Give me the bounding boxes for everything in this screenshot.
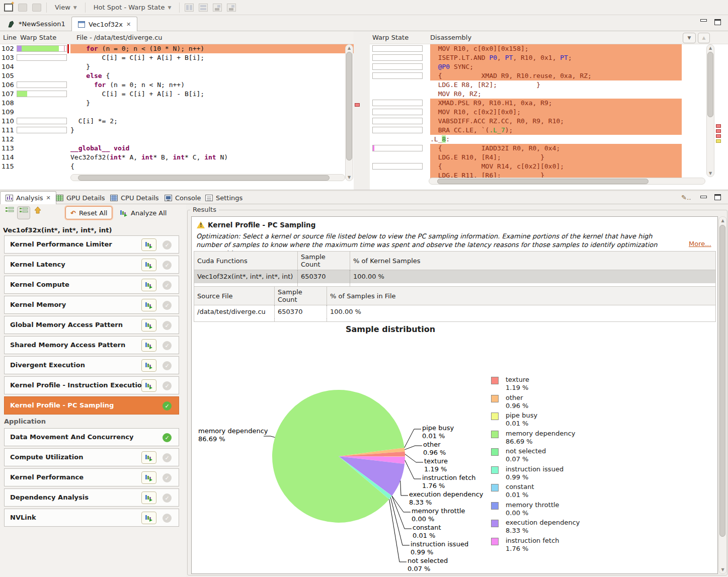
analysis-stage-kernel-performance-limiter[interactable]: Kernel Performance Limiter✓ — [4, 235, 179, 254]
source-line-row[interactable]: 112 — [0, 135, 354, 144]
tab-cpu-details[interactable]: CPU Details — [105, 191, 164, 204]
reset-all-button[interactable]: ↶ Reset All — [65, 206, 112, 219]
maximize-pane-icon[interactable] — [714, 194, 721, 200]
run-analysis-button[interactable] — [141, 359, 156, 372]
scrollbar-thumb[interactable] — [707, 52, 713, 117]
more-link[interactable]: More... — [689, 240, 711, 248]
analysis-stage-kernel-latency[interactable]: Kernel Latency✓ — [4, 256, 179, 274]
column-header[interactable]: Sample Count — [275, 287, 327, 305]
disassembly-row[interactable]: LDG.E R10, [R4]; } — [370, 153, 704, 162]
tab-settings[interactable]: Settings — [200, 191, 248, 204]
new-session-icon[interactable] — [4, 4, 13, 12]
export-pdf-icon[interactable] — [31, 206, 44, 219]
run-analysis-button[interactable] — [141, 451, 156, 464]
scrollbar-thumb[interactable] — [78, 175, 330, 181]
analysis-stage-kernel-profile-pc-sampling[interactable]: Kernel Profile - PC Sampling✓ — [4, 396, 179, 415]
tab-gpu-details[interactable]: GPU Details — [51, 191, 110, 204]
analysis-stage-compute-utilization[interactable]: Compute Utilization✓ — [4, 448, 179, 466]
analysis-stage-divergent-execution[interactable]: Divergent Execution✓ — [4, 356, 179, 374]
tab-vec1of32x[interactable]: Vec1of32x ✕ — [71, 17, 137, 31]
column-header[interactable]: % of Samples in File — [327, 287, 716, 305]
column-header[interactable]: Sample Count — [298, 252, 350, 270]
disassembly-row[interactable]: .L_8: — [370, 135, 704, 144]
column-header[interactable]: % of Kernel Samples — [350, 252, 716, 270]
scroll-up-icon[interactable]: ▲ — [346, 46, 353, 50]
run-analysis-button[interactable] — [141, 491, 156, 504]
next-hotspot-button[interactable]: ▼ — [683, 33, 696, 43]
analysis-stage-shared-memory-access-pattern[interactable]: Shared Memory Access Pattern✓ — [4, 336, 179, 354]
disassembly-row[interactable]: { XMAD R9, R10.reuse, 0xa, RZ; — [370, 71, 704, 80]
disassembly-row[interactable]: XMAD.PSL R9, R10.H1, 0xa, R9; — [370, 99, 704, 108]
source-line-row[interactable]: 108 } — [0, 99, 354, 108]
disassembly-row[interactable]: MOV R0, RZ; — [370, 90, 704, 99]
tab-analysis[interactable]: Analysis ✕ — [0, 191, 56, 204]
disassembly-row[interactable]: @P0 SYNC; — [370, 62, 704, 71]
view-menu-button[interactable]: View▼ — [52, 3, 80, 12]
scroll-down-icon[interactable]: ▼ — [719, 567, 726, 572]
run-analysis-button[interactable] — [141, 299, 156, 311]
table-row[interactable]: /data/test/diverge.cu650370100.00 % — [194, 305, 716, 318]
disasm-hscrollbar[interactable] — [429, 178, 705, 185]
source-vscrollbar[interactable]: ▲ ▼ — [345, 44, 353, 181]
source-line-row[interactable]: 114Vec32of32(int* A, int* B, int* C, int… — [0, 153, 354, 162]
run-analysis-button[interactable] — [141, 319, 156, 332]
run-analysis-button[interactable] — [141, 512, 156, 524]
scroll-down-icon[interactable]: ▼ — [707, 171, 714, 176]
maximize-icon[interactable] — [714, 19, 721, 25]
source-line-row[interactable]: 113__global__ void — [0, 144, 354, 153]
close-icon[interactable]: ✕ — [126, 21, 131, 28]
column-header[interactable]: Source File — [194, 287, 275, 305]
source-line-row[interactable]: 115{ — [0, 162, 354, 171]
source-line-row[interactable]: 103 C[i] = C[i] + A[i] + B[i]; — [0, 53, 354, 62]
close-icon[interactable]: ✕ — [46, 195, 51, 201]
source-line-row[interactable]: 107 C[i] = C[i] + A[i] - B[i]; — [0, 90, 354, 99]
analysis-stage-kernel-performance[interactable]: Kernel Performance✓ — [4, 468, 179, 486]
disasm-vscrollbar[interactable]: ▲ ▼ — [706, 44, 714, 177]
analysis-stage-global-memory-access-pattern[interactable]: Global Memory Access Pattern✓ — [4, 316, 179, 334]
hotspot-selector[interactable]: Hot Spot - Warp State▼ — [91, 3, 175, 12]
disassembly-row[interactable]: { IADD32I R0, R0, 0x4; — [370, 144, 704, 153]
run-analysis-button[interactable] — [141, 279, 156, 291]
source-line-row[interactable]: 102 for (n = 0; n < (10 * N); n++) — [0, 44, 354, 53]
run-analysis-button[interactable] — [141, 259, 156, 271]
scrollbar-thumb[interactable] — [346, 52, 352, 160]
disassembly-row[interactable]: { MOV R14, c[0x2][0x0]; — [370, 162, 704, 171]
analysis-stage-kernel-memory[interactable]: Kernel Memory✓ — [4, 296, 179, 314]
scrollbar-thumb[interactable] — [719, 225, 725, 537]
minimize-pane-icon[interactable] — [700, 196, 707, 198]
analysis-stage-kernel-compute[interactable]: Kernel Compute✓ — [4, 276, 179, 294]
table-row[interactable]: Vec1of32x(int*, int*, int*, int)65037010… — [194, 270, 716, 283]
run-analysis-button[interactable] — [141, 379, 156, 392]
tab-console[interactable]: Console — [159, 191, 206, 204]
scroll-up-icon[interactable]: ▲ — [719, 218, 726, 223]
results-vscrollbar[interactable]: ▲ ▼ — [718, 216, 727, 574]
source-line-row[interactable]: 105 else { — [0, 71, 354, 80]
run-analysis-button[interactable] — [141, 238, 156, 251]
column-header[interactable]: Cuda Functions — [194, 252, 298, 270]
disassembly-row[interactable]: LDG.E R8, [R2]; } — [370, 80, 704, 90]
scrollbar-thumb[interactable] — [437, 179, 649, 184]
tab-newsession[interactable]: *NewSession1 — [2, 17, 71, 31]
guided-analysis-icon[interactable] — [17, 206, 30, 219]
disassembly-row[interactable]: VABSDIFF.ACC RZ.CC, R0, R9, R10; — [370, 117, 704, 126]
source-line-row[interactable]: 110 C[i] *= 2; — [0, 117, 354, 126]
run-analysis-button[interactable] — [141, 471, 156, 484]
source-line-row[interactable]: 111} — [0, 126, 354, 135]
analyze-all-button[interactable]: Analyze All — [115, 206, 172, 219]
analysis-stage-dependency-analysis[interactable]: Dependency Analysis✓ — [4, 488, 179, 507]
scroll-down-icon[interactable]: ▼ — [346, 175, 353, 180]
source-line-row[interactable]: 109 — [0, 108, 354, 117]
run-analysis-button[interactable] — [141, 339, 156, 352]
disassembly-row[interactable]: ISETP.LT.AND P0, PT, R10, 0x1, PT; — [370, 53, 704, 62]
disassembly-row[interactable]: MOV R10, c[0x0][0x158]; — [370, 44, 704, 53]
analysis-stage-data-movement-and-concurrency[interactable]: Data Movement And Concurrency✓ — [4, 428, 179, 446]
view-menu-icon[interactable]: ✎‥ — [681, 194, 691, 201]
unguided-analysis-icon[interactable] — [3, 206, 16, 219]
minimize-icon[interactable] — [700, 19, 707, 22]
analysis-stage-nvlink[interactable]: NVLink✓ — [4, 509, 179, 527]
scroll-up-icon[interactable]: ▲ — [707, 46, 714, 50]
disassembly-row[interactable]: MOV R10, c[0x2][0x0]; — [370, 108, 704, 117]
disassembly-row[interactable]: BRA CC.LE, `(.L_7); — [370, 126, 704, 135]
source-hscrollbar[interactable] — [70, 174, 345, 181]
source-line-row[interactable]: 106 for (n = 0; n < N; n++) — [0, 80, 354, 90]
